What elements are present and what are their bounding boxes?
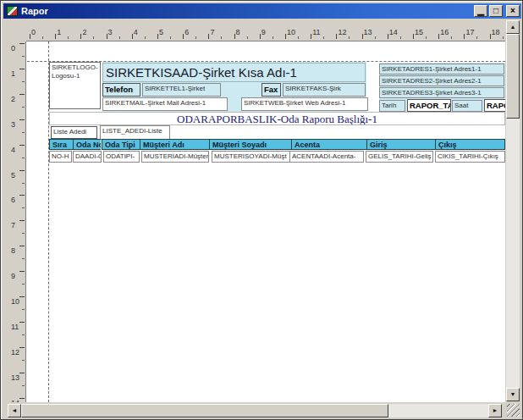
- ruler-tick: [22, 207, 25, 208]
- logo-field-line1: SIRKETLOGO-: [52, 64, 98, 71]
- phone-field[interactable]: SIRKETTEL1-Şirket: [142, 83, 221, 97]
- scroll-right-button[interactable]: ►: [488, 404, 502, 417]
- ruler-tick: [22, 158, 25, 158]
- data-field-acenta-adi[interactable]: ACENTAADI-Acenta-: [289, 151, 364, 163]
- ruler-tick: [451, 36, 452, 39]
- date-label[interactable]: Tarih: [379, 100, 405, 112]
- ruler-number: 1: [57, 28, 61, 36]
- ruler-tick: [22, 385, 25, 386]
- horizontal-scrollbar-thumb[interactable]: [21, 404, 388, 417]
- ruler-tick: [221, 36, 222, 39]
- time-field[interactable]: RAPOR: [484, 99, 505, 112]
- fax-label[interactable]: Fax: [262, 83, 281, 97]
- column-header-oda-no[interactable]: Oda No: [73, 139, 101, 150]
- ruler-tick: [22, 81, 25, 82]
- data-field-gelis-tarihi[interactable]: GELIS_TARIHI-Geliş: [366, 151, 433, 163]
- maximize-button[interactable]: □: [489, 5, 503, 17]
- ruler-tick: [298, 36, 299, 39]
- column-header-giris[interactable]: Giriş: [366, 139, 435, 150]
- report-title-field[interactable]: ODARAPORBASLIK-Oda Raporu Başlığı-1: [49, 112, 505, 125]
- ruler-number: 8: [11, 246, 15, 255]
- ruler-tick: [170, 36, 171, 39]
- data-field-musteri-soyadi[interactable]: MUSTERISOYADI-Müşt: [212, 151, 293, 163]
- scroll-up-button[interactable]: ▲: [506, 20, 520, 34]
- ruler-tick: [22, 183, 25, 184]
- data-field-oda-tipi[interactable]: ODATIPI-: [103, 151, 140, 163]
- ruler-number: 4: [11, 146, 15, 154]
- date-field[interactable]: RAPOR_TA: [407, 99, 451, 112]
- ruler-number: 3: [11, 120, 15, 129]
- ruler-number: 3: [108, 28, 113, 36]
- ruler-tick: [426, 36, 427, 39]
- ruler-tick: [19, 373, 25, 373]
- ruler-number: 13: [364, 28, 372, 36]
- resize-grip[interactable]: [507, 404, 520, 417]
- ruler-number: 17: [465, 28, 474, 36]
- ruler-number: 8: [236, 28, 240, 36]
- data-field-oda-adi[interactable]: DAADI-O: [73, 151, 102, 163]
- address1-field[interactable]: SIRKETADRES1-Şirket Adres1-1: [379, 64, 504, 75]
- company-short-name-field[interactable]: SIRKETKISAAD-Şirket Kısa Adı-1: [102, 63, 366, 82]
- ruler-tick: [19, 246, 25, 246]
- title-bar[interactable]: Rapor ▁ □ ×: [3, 3, 521, 19]
- ruler-number: 14: [11, 399, 19, 402]
- minimize-button[interactable]: ▁: [474, 5, 487, 17]
- ruler-tick: [490, 34, 491, 39]
- phone-label[interactable]: Telefon: [102, 83, 140, 97]
- ruler-number: 5: [159, 28, 163, 36]
- vertical-scrollbar-thumb[interactable]: [506, 34, 520, 119]
- ruler-number: 7: [11, 221, 15, 229]
- column-header-sira[interactable]: Sıra: [49, 139, 73, 150]
- time-label[interactable]: Saat: [452, 100, 482, 112]
- column-header-musteri-soyadi[interactable]: Müşteri Soyadı: [209, 139, 291, 150]
- ruler-number: 2: [11, 95, 15, 103]
- data-field-cikis-tarihi[interactable]: CIKIS_TARIHI-Çıkış: [435, 151, 505, 163]
- design-canvas[interactable]: SIRKETLOGO- Logosu-1 SIRKETKISAAD-Şirket…: [26, 41, 505, 402]
- column-header-cikis[interactable]: Çıkış: [435, 139, 505, 150]
- ruler-tick: [132, 34, 133, 39]
- web-field[interactable]: SIRKETWEB-Şirket Web Adresi-1: [241, 97, 368, 111]
- ruler-tick: [19, 119, 25, 120]
- scroll-left-button[interactable]: ◄: [8, 404, 21, 417]
- ruler-number: 0: [31, 28, 36, 36]
- ruler-tick: [80, 34, 81, 39]
- vertical-ruler: 01234567891011121314: [8, 41, 26, 402]
- ruler-number: 5: [11, 171, 15, 180]
- ruler-tick: [19, 296, 25, 297]
- close-button[interactable]: ×: [506, 5, 520, 17]
- ruler-tick: [19, 145, 25, 146]
- ruler-tick: [19, 170, 25, 171]
- ruler-tick: [247, 36, 248, 39]
- list-count-label[interactable]: Liste Adedi: [51, 126, 97, 139]
- scroll-down-button[interactable]: ▼: [506, 388, 520, 401]
- data-field-musteri-adi[interactable]: MUSTERIADI-Müşteri: [141, 151, 209, 163]
- ruler-tick: [107, 34, 107, 39]
- list-count-field[interactable]: LISTE_ADEDI-Liste: [100, 125, 170, 140]
- fax-field[interactable]: SIRKETFAKS-Şirk: [283, 83, 366, 97]
- column-header-musteri-adi[interactable]: Müşteri Adı: [140, 139, 209, 150]
- ruler-tick: [145, 36, 146, 39]
- mail-field[interactable]: SIRKETMAIL-Şirket Mail Adresi-1: [102, 97, 228, 111]
- ruler-number: 9: [262, 28, 266, 36]
- ruler-tick: [260, 34, 261, 39]
- address3-field[interactable]: SIRKETADRES3-Şirket Adres3-1: [379, 87, 504, 98]
- column-header-oda-tipi[interactable]: Oda Tipi: [102, 139, 140, 150]
- ruler-tick: [234, 34, 235, 39]
- data-field-sira-no[interactable]: NO-H: [49, 151, 72, 163]
- ruler-tick: [273, 36, 273, 39]
- ruler-tick: [22, 233, 25, 234]
- ruler-tick: [349, 36, 350, 39]
- ruler-number: 4: [134, 28, 138, 36]
- window-title: Rapor: [21, 3, 472, 19]
- company-logo-field[interactable]: SIRKETLOGO- Logosu-1: [49, 62, 101, 109]
- ruler-tick: [19, 347, 25, 348]
- ruler-number: 10: [287, 28, 295, 36]
- ruler-number: 14: [389, 28, 398, 36]
- ruler-tick: [68, 36, 69, 39]
- ruler-tick: [93, 36, 94, 39]
- ruler-tick: [19, 220, 25, 221]
- address2-field[interactable]: SIRKETADRES2-Şirket Adres2-1: [379, 75, 504, 86]
- ruler-tick: [19, 43, 25, 44]
- column-header-acenta[interactable]: Acenta: [291, 139, 366, 150]
- ruler-tick: [22, 258, 25, 259]
